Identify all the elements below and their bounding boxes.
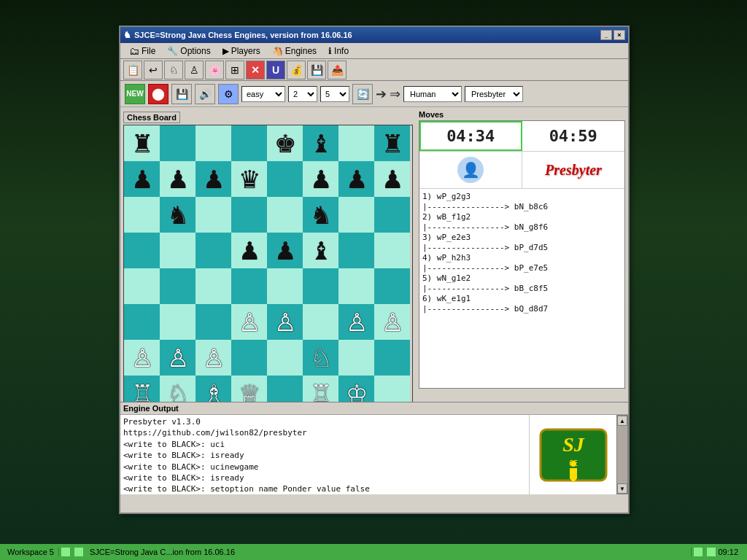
toolbar-flower-btn[interactable]: 🌸: [205, 61, 224, 79]
toolbar-knight-btn[interactable]: ♘: [164, 61, 183, 79]
square-a7[interactable]: ♟: [124, 161, 160, 197]
square-e5[interactable]: ♟: [267, 233, 303, 268]
square-h6[interactable]: [374, 197, 410, 233]
move-auto-button[interactable]: ⇒: [390, 86, 400, 102]
square-f6[interactable]: ♞: [303, 197, 338, 233]
square-a5[interactable]: [124, 233, 160, 268]
square-a3[interactable]: [124, 304, 160, 340]
menu-options[interactable]: 🔧 Options: [161, 44, 216, 58]
minimize-button[interactable]: _: [600, 30, 612, 40]
square-e2[interactable]: [267, 340, 303, 376]
square-b7[interactable]: ♟: [160, 161, 196, 197]
depth2-select[interactable]: 5 10 15: [320, 86, 349, 102]
square-g8[interactable]: [338, 125, 374, 161]
toolbar-undo-btn[interactable]: ↩: [144, 61, 163, 79]
toolbar-coin-btn[interactable]: 💰: [287, 61, 306, 79]
white-player-select[interactable]: Human Engine: [403, 86, 462, 102]
square-f7[interactable]: ♟: [303, 161, 338, 197]
square-d8[interactable]: [231, 125, 267, 161]
moves-box: 04:34 04:59 👤 Presbyter 1) wP_g2g3 |: [419, 120, 625, 389]
square-a4[interactable]: [124, 268, 160, 304]
timer-white-value: 04:34: [425, 127, 516, 145]
square-a8[interactable]: ♜: [124, 125, 160, 161]
square-d2[interactable]: [231, 340, 267, 376]
piece-e3: ♙: [274, 310, 296, 335]
square-h4[interactable]: [374, 268, 410, 304]
difficulty-select[interactable]: easy medium hard: [241, 86, 285, 102]
square-f4[interactable]: [303, 268, 338, 304]
square-b3[interactable]: [160, 304, 196, 340]
square-g3[interactable]: ♙: [338, 304, 374, 340]
menu-players[interactable]: ▶ Players: [217, 44, 266, 58]
square-d3[interactable]: ♙: [231, 304, 267, 340]
square-g5[interactable]: [338, 233, 374, 268]
square-a2[interactable]: ♙: [124, 340, 160, 376]
sound-button[interactable]: 🔊: [195, 84, 215, 104]
square-c3[interactable]: [196, 304, 231, 340]
square-c7[interactable]: ♟: [196, 161, 231, 197]
square-d7[interactable]: ♛: [231, 161, 267, 197]
square-b4[interactable]: [160, 268, 196, 304]
move-next-button[interactable]: ➔: [376, 86, 387, 102]
depth1-select[interactable]: 2 3 4: [288, 86, 317, 102]
settings-button[interactable]: ⚙: [218, 84, 239, 104]
square-f3[interactable]: [303, 304, 338, 340]
square-h7[interactable]: ♟: [374, 161, 410, 197]
square-b5[interactable]: [160, 233, 196, 268]
toolbar-u-btn[interactable]: U: [266, 61, 285, 79]
square-b6[interactable]: ♞: [160, 197, 196, 233]
square-c2[interactable]: ♙: [196, 340, 231, 376]
toolbar-log-btn[interactable]: 📋: [123, 61, 142, 79]
menu-engines[interactable]: 🐴 Engines: [266, 44, 322, 58]
square-g6[interactable]: [338, 197, 374, 233]
toolbar-pawn-btn[interactable]: ♙: [185, 61, 204, 79]
scroll-up-button[interactable]: ▲: [617, 416, 627, 426]
save-pgn-button[interactable]: 💾: [171, 84, 192, 104]
square-e4[interactable]: [267, 268, 303, 304]
new-game-button[interactable]: NEW: [125, 84, 145, 104]
black-player-select[interactable]: Presbyter Human: [465, 86, 523, 102]
close-button[interactable]: ×: [614, 30, 625, 40]
toolbar-save-btn[interactable]: 💾: [307, 61, 326, 79]
square-c4[interactable]: [196, 268, 231, 304]
square-a6[interactable]: [124, 197, 160, 233]
square-d4[interactable]: [231, 268, 267, 304]
board-view-button[interactable]: 🔄: [352, 84, 373, 104]
toolbar-export-btn[interactable]: 📤: [328, 61, 347, 79]
square-c5[interactable]: [196, 233, 231, 268]
square-g4[interactable]: [338, 268, 374, 304]
toolbar-x-btn[interactable]: ✕: [246, 61, 265, 79]
square-h5[interactable]: [374, 233, 410, 268]
svg-point-4: [570, 461, 576, 467]
square-h8[interactable]: ♜: [374, 125, 410, 161]
square-b2[interactable]: ♙: [160, 340, 196, 376]
engine-text-area: Presbyter v1.3.0https://github.com/jwils…: [120, 415, 529, 494]
menu-info[interactable]: ℹ Info: [322, 44, 355, 58]
engine-line: <write to BLACK>: ucinewgame: [123, 462, 526, 472]
square-b8[interactable]: [160, 125, 196, 161]
square-f2[interactable]: ♘: [303, 340, 338, 376]
scroll-track: [617, 426, 627, 483]
square-g2[interactable]: [338, 340, 374, 376]
square-h2[interactable]: [374, 340, 410, 376]
scroll-down-button[interactable]: ▼: [617, 483, 627, 494]
square-c6[interactable]: [196, 197, 231, 233]
stop-button[interactable]: ⬤: [148, 84, 169, 104]
square-f5[interactable]: ♝: [303, 233, 338, 268]
move-row: |----------------> bP_e7e5: [422, 263, 622, 273]
square-h3[interactable]: ♙: [374, 304, 410, 340]
status-indicator-1: [61, 547, 71, 557]
piece-f6: ♞: [310, 203, 332, 228]
square-e6[interactable]: [267, 197, 303, 233]
square-e3[interactable]: ♙: [267, 304, 303, 340]
timer-black: 04:59: [522, 121, 625, 151]
toolbar-grid-btn[interactable]: ⊞: [225, 61, 244, 79]
square-f8[interactable]: ♝: [303, 125, 338, 161]
square-e7[interactable]: [267, 161, 303, 197]
square-d5[interactable]: ♟: [231, 233, 267, 268]
menu-file[interactable]: 🗂 File: [123, 44, 161, 58]
square-g7[interactable]: ♟: [338, 161, 374, 197]
square-e8[interactable]: ♚: [267, 125, 303, 161]
square-d6[interactable]: [231, 197, 267, 233]
square-c8[interactable]: [196, 125, 231, 161]
